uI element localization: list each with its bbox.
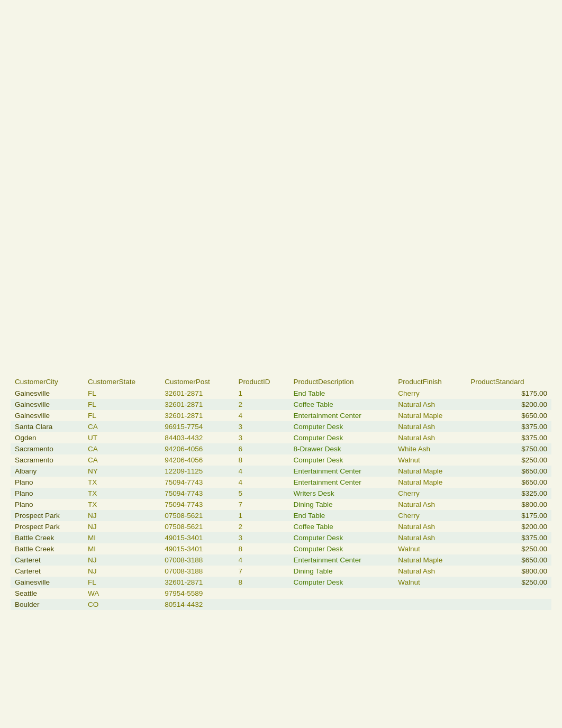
cell-productid: 4 (234, 410, 289, 421)
cell-price (466, 588, 551, 599)
cell-zip: 75094-7743 (160, 488, 234, 499)
cell-zip: 32601-2871 (160, 577, 234, 588)
cell-finish: Walnut (394, 543, 466, 554)
cell-desc: Computer Desk (289, 532, 394, 543)
table-row: OgdenUT84403-44323Computer DeskNatural A… (11, 432, 551, 443)
cell-finish: Natural Ash (394, 532, 466, 543)
cell-city: Plano (11, 499, 84, 510)
cell-city: Ogden (11, 432, 84, 443)
cell-state: WA (84, 588, 160, 599)
cell-price: $200.00 (466, 521, 551, 532)
cell-desc: Entertainment Center (289, 477, 394, 488)
cell-zip: 32601-2871 (160, 410, 234, 421)
table-row: GainesvilleFL32601-28718Computer DeskWal… (11, 577, 551, 588)
data-table: CustomerCity CustomerState CustomerPost … (11, 376, 551, 610)
table-row: SacramentoCA94206-40568Computer DeskWaln… (11, 454, 551, 466)
cell-desc: Writers Desk (289, 488, 394, 499)
cell-zip: 84403-4432 (160, 432, 234, 443)
cell-desc: Computer Desk (289, 421, 394, 432)
cell-finish: Cherry (394, 510, 466, 521)
cell-zip: 97954-5589 (160, 588, 234, 599)
page-container: CustomerCity CustomerState CustomerPost … (0, 0, 562, 728)
cell-productid: 7 (234, 499, 289, 510)
cell-zip: 75094-7743 (160, 477, 234, 488)
cell-productid: 6 (234, 443, 289, 454)
cell-state: CA (84, 454, 160, 466)
cell-zip: 94206-4056 (160, 454, 234, 466)
cell-desc: Dining Table (289, 499, 394, 510)
table-row: PlanoTX75094-77435Writers DeskCherry$325… (11, 488, 551, 499)
cell-finish: Walnut (394, 454, 466, 466)
cell-productid: 7 (234, 566, 289, 577)
col-header-zip: CustomerPost (160, 376, 234, 388)
cell-price: $250.00 (466, 577, 551, 588)
cell-price: $175.00 (466, 388, 551, 399)
cell-city: Gainesville (11, 399, 84, 410)
cell-desc: Coffee Table (289, 521, 394, 532)
cell-price: $200.00 (466, 399, 551, 410)
top-spacer (11, 11, 551, 370)
cell-state: CA (84, 421, 160, 432)
cell-state: FL (84, 399, 160, 410)
cell-productid: 8 (234, 577, 289, 588)
cell-price (466, 599, 551, 610)
cell-finish: Natural Maple (394, 410, 466, 421)
table-row: CarteretNJ07008-31884Entertainment Cente… (11, 554, 551, 566)
table-row: PlanoTX75094-77437Dining TableNatural As… (11, 499, 551, 510)
cell-productid: 2 (234, 399, 289, 410)
cell-zip: 80514-4432 (160, 599, 234, 610)
cell-zip: 96915-7754 (160, 421, 234, 432)
cell-state: FL (84, 388, 160, 399)
cell-state: TX (84, 499, 160, 510)
table-row: SeattleWA97954-5589 (11, 588, 551, 599)
cell-city: Plano (11, 488, 84, 499)
cell-price: $375.00 (466, 421, 551, 432)
cell-state: NJ (84, 510, 160, 521)
cell-finish: Natural Ash (394, 399, 466, 410)
table-row: GainesvilleFL32601-28711End TableCherry$… (11, 388, 551, 399)
col-header-city: CustomerCity (11, 376, 84, 388)
cell-price: $175.00 (466, 510, 551, 521)
cell-city: Gainesville (11, 410, 84, 421)
cell-state: NJ (84, 554, 160, 566)
cell-finish: Natural Ash (394, 521, 466, 532)
cell-state: TX (84, 477, 160, 488)
cell-finish: Cherry (394, 388, 466, 399)
cell-finish: Natural Ash (394, 421, 466, 432)
cell-finish: Natural Maple (394, 477, 466, 488)
cell-desc: Computer Desk (289, 577, 394, 588)
cell-state: MI (84, 543, 160, 554)
table-row: SacramentoCA94206-405668-Drawer DeskWhit… (11, 443, 551, 454)
table-row: Battle CreekMI49015-34018Computer DeskWa… (11, 543, 551, 554)
cell-price: $650.00 (466, 466, 551, 477)
cell-productid: 3 (234, 421, 289, 432)
cell-productid: 4 (234, 477, 289, 488)
cell-city: Prospect Park (11, 510, 84, 521)
cell-zip: 32601-2871 (160, 399, 234, 410)
cell-price: $250.00 (466, 454, 551, 466)
cell-productid (234, 588, 289, 599)
cell-desc: End Table (289, 510, 394, 521)
cell-productid: 1 (234, 388, 289, 399)
cell-city: Battle Creek (11, 543, 84, 554)
cell-finish: Walnut (394, 577, 466, 588)
cell-productid: 4 (234, 466, 289, 477)
cell-price: $800.00 (466, 566, 551, 577)
cell-city: Seattle (11, 588, 84, 599)
cell-state: NJ (84, 521, 160, 532)
col-header-state: CustomerState (84, 376, 160, 388)
cell-zip: 07008-3188 (160, 566, 234, 577)
cell-productid: 2 (234, 521, 289, 532)
cell-price: $250.00 (466, 543, 551, 554)
cell-state: MI (84, 532, 160, 543)
cell-productid: 4 (234, 554, 289, 566)
cell-price: $650.00 (466, 477, 551, 488)
cell-price: $650.00 (466, 554, 551, 566)
cell-city: Prospect Park (11, 521, 84, 532)
cell-desc: Computer Desk (289, 543, 394, 554)
cell-zip: 32601-2871 (160, 388, 234, 399)
cell-desc: Coffee Table (289, 399, 394, 410)
cell-productid: 3 (234, 432, 289, 443)
cell-desc (289, 588, 394, 599)
cell-zip: 49015-3401 (160, 532, 234, 543)
